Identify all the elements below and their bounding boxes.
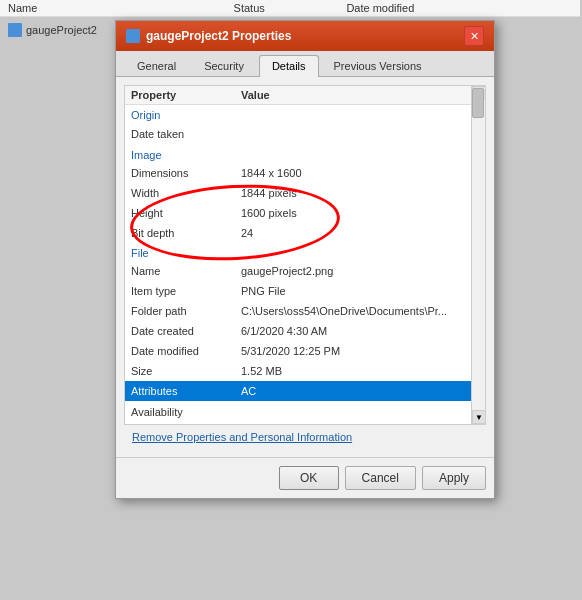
table-row[interactable]: Size 1.52 MB [125, 361, 485, 381]
tab-security[interactable]: Security [191, 55, 257, 76]
close-button[interactable]: ✕ [464, 26, 484, 46]
prop-value: 1.52 MB [241, 365, 479, 377]
prop-value: PNG File [241, 285, 479, 297]
col-value-header: Value [241, 89, 479, 101]
scrollbar-thumb[interactable] [472, 88, 484, 118]
prop-name: Bit depth [131, 227, 241, 239]
tab-previous-versions[interactable]: Previous Versions [321, 55, 435, 76]
table-row[interactable]: Width 1844 pixels [125, 183, 485, 203]
dialog-buttons: OK Cancel Apply [116, 457, 494, 498]
prop-name: Size [131, 365, 241, 377]
table-row[interactable]: Name gaugeProject2.png [125, 261, 485, 281]
explorer-column-header: Name Status Date modified [0, 0, 580, 17]
prop-name: Dimensions [131, 167, 241, 179]
prop-name: Item type [131, 285, 241, 297]
table-row[interactable]: Dimensions 1844 x 1600 [125, 163, 485, 183]
tabs-container: General Security Details Previous Versio… [116, 51, 494, 77]
prop-value: 6/1/2020 4:30 AM [241, 325, 479, 337]
table-row[interactable]: Item type PNG File [125, 281, 485, 301]
cancel-button[interactable]: Cancel [345, 466, 416, 490]
dialog-title-icon [126, 29, 140, 43]
table-row-attributes[interactable]: Attributes AC [125, 381, 485, 401]
prop-name: Name [131, 265, 241, 277]
prop-name: Attributes [131, 385, 241, 397]
prop-value: C:\Users\oss54\OneDrive\Documents\Pr... [241, 305, 479, 317]
prop-name: Date created [131, 325, 241, 337]
prop-value: 1844 x 1600 [241, 167, 479, 179]
apply-button[interactable]: Apply [422, 466, 486, 490]
file-icon [8, 23, 22, 37]
table-row[interactable]: Availability [125, 401, 485, 419]
table-row[interactable]: Folder path C:\Users\oss54\OneDrive\Docu… [125, 301, 485, 321]
properties-dialog: gaugeProject2 Properties ✕ General Secur… [115, 20, 495, 499]
properties-table: Property Value Origin Date taken Image D… [124, 85, 486, 425]
table-row[interactable]: Date taken [125, 123, 485, 145]
section-file: File [125, 243, 485, 261]
table-header: Property Value [125, 86, 485, 105]
table-body[interactable]: Origin Date taken Image Dimensions 1844 … [125, 105, 485, 419]
prop-name: Folder path [131, 305, 241, 317]
prop-name: Date taken [131, 128, 241, 140]
prop-name: Width [131, 187, 241, 199]
dialog-content: Property Value Origin Date taken Image D… [116, 77, 494, 457]
prop-name: Availability [131, 406, 241, 418]
tab-general[interactable]: General [124, 55, 189, 76]
section-origin: Origin [125, 105, 485, 123]
prop-value: 1600 pixels [241, 207, 479, 219]
prop-value: 24 [241, 227, 479, 239]
desktop: Name Status Date modified gaugeProject2 … [0, 0, 582, 600]
col-status: Status [234, 2, 347, 14]
scrollbar-arrow-down[interactable]: ▼ [472, 410, 486, 424]
table-row[interactable]: Date modified 5/31/2020 12:25 PM [125, 341, 485, 361]
prop-value: AC [241, 385, 479, 397]
tab-details[interactable]: Details [259, 55, 319, 77]
prop-name: Height [131, 207, 241, 219]
prop-value: gaugeProject2.png [241, 265, 479, 277]
section-image: Image [125, 145, 485, 163]
prop-name: Date modified [131, 345, 241, 357]
table-row[interactable]: Height 1600 pixels [125, 203, 485, 223]
ok-button[interactable]: OK [279, 466, 339, 490]
file-name: gaugeProject2 [26, 24, 97, 36]
remove-properties-link[interactable]: Remove Properties and Personal Informati… [124, 425, 486, 449]
table-row[interactable]: Bit depth 24 [125, 223, 485, 243]
scrollbar-track[interactable]: ▲ ▼ [471, 86, 485, 424]
dialog-titlebar: gaugeProject2 Properties ✕ [116, 21, 494, 51]
prop-value: 1844 pixels [241, 187, 479, 199]
titlebar-left: gaugeProject2 Properties [126, 29, 291, 43]
prop-value: 5/31/2020 12:25 PM [241, 345, 479, 357]
table-row[interactable]: Date created 6/1/2020 4:30 AM [125, 321, 485, 341]
dialog-title: gaugeProject2 Properties [146, 29, 291, 43]
col-property-header: Property [131, 89, 241, 101]
col-name: Name [8, 2, 234, 14]
col-date: Date modified [346, 2, 572, 14]
